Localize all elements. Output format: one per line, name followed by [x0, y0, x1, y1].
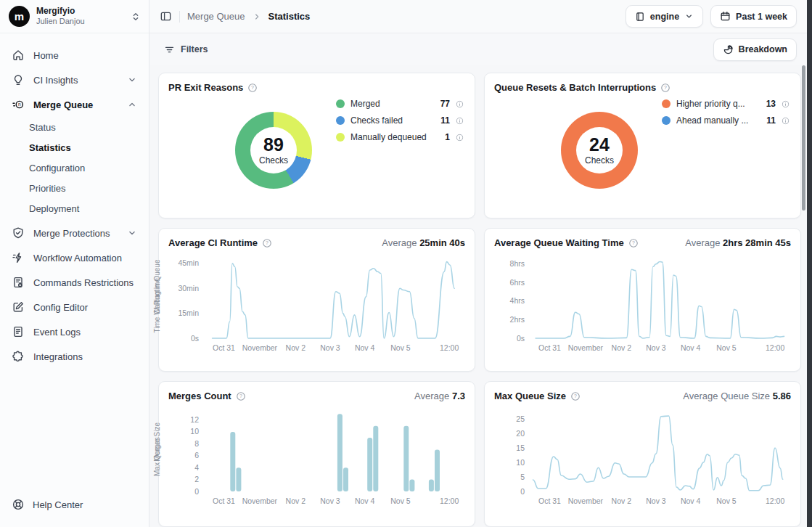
sidebar-item-label: Merge Protections — [33, 228, 118, 239]
legend-dot — [662, 99, 670, 108]
help-icon[interactable]: ? — [236, 391, 246, 401]
svg-text:Nov 5: Nov 5 — [390, 343, 411, 352]
average-stat: Average 7.3 — [414, 391, 465, 401]
home-icon — [12, 49, 25, 62]
card-title: Average Queue Waiting Time — [494, 237, 624, 248]
svg-text:?: ? — [239, 393, 242, 399]
info-icon[interactable] — [782, 117, 790, 125]
help-center-link[interactable]: Help Center — [0, 491, 149, 527]
help-icon[interactable]: ? — [262, 238, 272, 248]
chevron-up-icon — [127, 99, 137, 110]
date-range-button[interactable]: Past 1 week — [710, 5, 797, 28]
scrollbar[interactable] — [802, 65, 805, 211]
chevron-down-icon — [127, 75, 137, 85]
sidebar-item-label: Merge Queue — [33, 99, 118, 110]
svg-text:12:00: 12:00 — [440, 497, 459, 505]
svg-text:2hrs: 2hrs — [510, 315, 525, 324]
sidebar-item-workflow-automation[interactable]: Workflow Automation — [6, 246, 143, 269]
svg-text:Nov 3: Nov 3 — [646, 497, 666, 505]
chevron-down-icon — [684, 12, 694, 21]
average-stat: Average 2hrs 28min 45s — [685, 237, 791, 248]
pie-chart-icon — [723, 44, 734, 55]
queue-waiting-time-chart: 0s2hrs4hrs6hrs8hrsOct 31NovemberNov 2Nov… — [494, 251, 791, 360]
repository-selector-label: engine — [650, 12, 679, 22]
svg-text:?: ? — [266, 240, 268, 245]
help-icon[interactable]: ? — [628, 238, 639, 248]
svg-text:Nov 4: Nov 4 — [355, 343, 375, 352]
repository-selector-button[interactable]: engine — [626, 5, 703, 28]
sidebar-subitem-configuration[interactable]: Configuration — [6, 158, 143, 178]
help-icon[interactable]: ? — [570, 391, 581, 401]
legend-item: Checks failed 11 — [336, 115, 464, 126]
sidebar-subitem-statistics[interactable]: Statistics — [6, 138, 143, 158]
mergify-logo: m — [9, 6, 30, 27]
sidebar-item-integrations[interactable]: Integrations — [6, 345, 143, 368]
sidebar-item-event-logs[interactable]: Event Logs — [6, 320, 143, 343]
info-icon[interactable] — [456, 117, 464, 125]
average-label: Average Queue Size — [683, 391, 770, 401]
sidebar-item-merge-queue[interactable]: n Merge Queue — [6, 93, 143, 116]
svg-text:Nov 2: Nov 2 — [286, 343, 306, 352]
info-icon[interactable] — [782, 100, 790, 108]
sidebar-item-label: Commands Restrictions — [33, 277, 137, 288]
max-queue-size-chart: 0510152025Oct 31NovemberNov 2Nov 3Nov 4N… — [494, 404, 791, 513]
filters-label: Filters — [181, 44, 208, 54]
sidebar-item-merge-protections[interactable]: Merge Protections — [6, 221, 143, 245]
puzzle-icon — [12, 350, 25, 363]
legend-label: Ahead manually ... — [676, 115, 760, 126]
filters-button[interactable]: Filters — [157, 38, 216, 61]
legend-value: 13 — [766, 99, 776, 109]
sidebar-item-config-editor[interactable]: Config Editor — [6, 295, 143, 319]
breakdown-label: Breakdown — [739, 44, 787, 54]
svg-text:6: 6 — [194, 451, 199, 459]
workspace-switcher[interactable]: m Mergifyio Julien Danjou — [0, 0, 149, 33]
sidebar-subitem-deployment[interactable]: Deployment — [6, 199, 143, 218]
sidebar-item-ci-insights[interactable]: CI Insights — [6, 68, 143, 91]
donut-total: 89 — [263, 135, 284, 154]
card-title: PR Exit Reasons — [168, 82, 243, 93]
pr-exit-donut-chart: 89 Checks — [235, 112, 312, 189]
svg-text:25: 25 — [516, 414, 525, 423]
document-lock-icon — [12, 276, 25, 289]
svg-text:4: 4 — [194, 463, 199, 472]
svg-text:12:00: 12:00 — [766, 497, 784, 505]
card-average-ci-runtime: Average CI Runtime ? Average 25min 40s 0… — [158, 228, 475, 372]
sidebar-item-label: Integrations — [33, 351, 137, 362]
svg-text:0: 0 — [520, 487, 525, 496]
svg-text:12: 12 — [190, 415, 199, 424]
ci-runtime-chart: 0s15min30min45minOct 31NovemberNov 2Nov … — [168, 251, 465, 360]
app-root: m Mergifyio Julien Danjou Home CI Insigh… — [0, 0, 812, 527]
svg-text:November: November — [568, 497, 604, 505]
help-icon[interactable]: ? — [660, 83, 670, 93]
repository-icon — [635, 12, 645, 22]
sidebar-subitem-priorities[interactable]: Priorities — [6, 179, 143, 198]
legend-item: Higher priority q... 13 — [662, 99, 790, 109]
svg-text:Oct 31: Oct 31 — [213, 497, 235, 505]
help-icon[interactable]: ? — [247, 83, 258, 93]
legend: Higher priority q... 13 Ahead manually .… — [662, 99, 790, 126]
svg-text:November: November — [568, 343, 604, 352]
breadcrumb-parent[interactable]: Merge Queue — [187, 11, 245, 22]
svg-text:Oct 31: Oct 31 — [538, 343, 561, 352]
date-range-label: Past 1 week — [736, 12, 787, 22]
sidebar-toggle-icon[interactable] — [160, 10, 172, 23]
average-value: 7.3 — [452, 391, 465, 401]
sidebar-subitem-status[interactable]: Status — [6, 118, 143, 137]
card-title: Queue Resets & Batch Interruptions — [494, 82, 656, 93]
info-icon[interactable] — [456, 100, 464, 108]
svg-text:5: 5 — [520, 473, 525, 481]
svg-text:12:00: 12:00 — [766, 343, 784, 352]
svg-text:8: 8 — [194, 439, 199, 448]
queue-resets-donut-chart: 24 Checks — [561, 112, 638, 189]
donut-total-label: Checks — [585, 155, 614, 166]
breakdown-button[interactable]: Breakdown — [713, 38, 797, 61]
sidebar-item-commands-restrictions[interactable]: Commands Restrictions — [6, 271, 143, 294]
info-icon[interactable] — [456, 134, 464, 142]
updown-selector-icon[interactable] — [130, 11, 142, 23]
sidebar-item-label: Workflow Automation — [33, 253, 137, 264]
workspace-info: Mergifyio Julien Danjou — [36, 6, 123, 27]
document-lines-icon — [12, 325, 25, 338]
sidebar-item-home[interactable]: Home — [6, 44, 143, 67]
legend-value: 11 — [440, 115, 450, 126]
average-value: 5.86 — [773, 391, 791, 401]
